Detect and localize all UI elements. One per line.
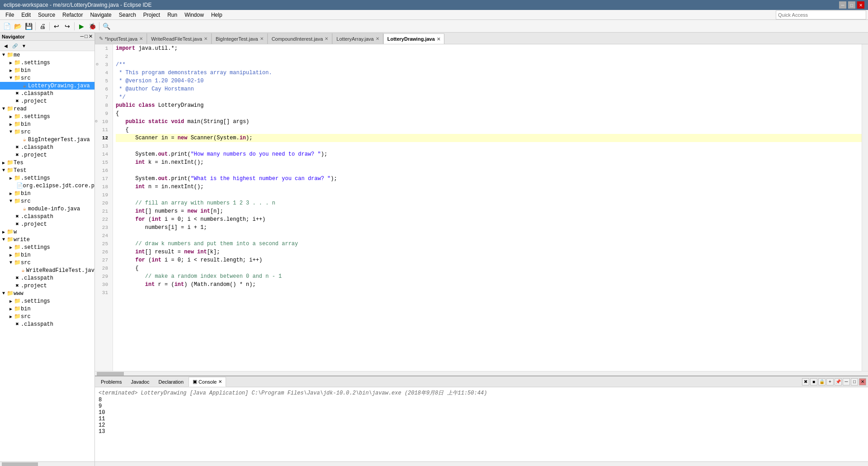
print-button[interactable]: 🖨	[38, 21, 47, 31]
tab-lotteryarray[interactable]: LotteryArray.java ✕	[332, 33, 383, 44]
tree-item-write-src[interactable]: ▼ 📁 src	[0, 259, 94, 266]
tab-inputtest-close[interactable]: ✕	[139, 36, 143, 41]
console-minimize-btn[interactable]: ─	[843, 378, 850, 385]
tree-item-write[interactable]: ▼ 📁 write	[0, 236, 94, 243]
nav-close-icon[interactable]: ✕	[89, 33, 93, 39]
tree-item-www-settings[interactable]: ▶ 📁 .settings	[0, 297, 94, 305]
nav-maximize-icon[interactable]: □	[85, 33, 88, 39]
editor-scrollbar[interactable]	[862, 44, 868, 371]
nav-hscroll[interactable]	[0, 461, 94, 466]
console-stop-btn[interactable]: ■	[810, 378, 817, 385]
tree-item-module-info[interactable]: ☕ module-info.java	[0, 205, 94, 213]
nav-collapse-btn[interactable]: ◀	[2, 42, 10, 50]
tree-item-test-project[interactable]: ✖ .project	[0, 220, 94, 228]
redo-button[interactable]: ↪	[62, 21, 72, 31]
tree-item-me-settings[interactable]: ▶ 📁 .settings	[0, 59, 94, 67]
toolbar-sep3	[74, 22, 75, 30]
tab-compoundinterest-close[interactable]: ✕	[325, 36, 328, 41]
console-pin-btn[interactable]: 📌	[835, 378, 842, 385]
tree-item-write-classpath[interactable]: ✖ .classpath	[0, 274, 94, 282]
tree-item-biginteger[interactable]: ☕ BigIntegerTest.java	[0, 136, 94, 143]
console-maximize-btn[interactable]: □	[851, 378, 858, 385]
tree-item-read[interactable]: ▼ 📁 read	[0, 105, 94, 113]
tree-item-tes[interactable]: ▶ 📁 Tes	[0, 159, 94, 166]
menu-window[interactable]: Window	[181, 11, 208, 19]
tree-item-write-settings[interactable]: ▶ 📁 .settings	[0, 243, 94, 251]
tree-item-me-classpath[interactable]: ✖ .classpath	[0, 90, 94, 97]
tree-item-www-src[interactable]: ▶ 📁 src	[0, 313, 94, 320]
tab-lotterydrawing-close[interactable]: ✕	[437, 37, 440, 42]
code-content[interactable]: import java.util.*; /** * This program d…	[113, 44, 862, 371]
tree-item-read-src[interactable]: ▼ 📁 src	[0, 128, 94, 136]
menu-source[interactable]: Source	[34, 11, 59, 19]
tree-item-test-src[interactable]: ▼ 📁 src	[0, 197, 94, 205]
tree-item-me-project[interactable]: ✖ .project	[0, 97, 94, 105]
open-button[interactable]: 📂	[13, 21, 23, 31]
tree-item-test[interactable]: ▼ 📁 Test	[0, 166, 94, 174]
tree-item-www-classpath[interactable]: ✖ .classpath	[0, 320, 94, 328]
minimize-button[interactable]: ─	[839, 1, 846, 9]
tree-item-write-bin[interactable]: ▶ 📁 bin	[0, 251, 94, 259]
tab-problems[interactable]: Problems	[97, 377, 126, 387]
console-scroll-lock-btn[interactable]: 🔒	[818, 378, 826, 385]
nav-filter-btn[interactable]: ▼	[20, 42, 28, 50]
console-panel-close-btn[interactable]: ✕	[859, 378, 866, 385]
console-clear-btn[interactable]: ✖	[802, 378, 809, 385]
tree-item-me-src[interactable]: ▼ 📁 src	[0, 74, 94, 82]
tree-item-read-project[interactable]: ✖ .project	[0, 151, 94, 159]
menu-navigate[interactable]: Navigate	[86, 11, 115, 19]
tree-item-read-settings[interactable]: ▶ 📁 .settings	[0, 113, 94, 120]
run-button[interactable]: ▶	[76, 21, 86, 31]
tree-item-writereadfile[interactable]: ☕ WriteReadFileTest.jav	[0, 266, 94, 274]
tree-item-me-bin[interactable]: ▶ 📁 bin	[0, 67, 94, 74]
save-button[interactable]: 💾	[24, 21, 33, 31]
tree-item-read-bin[interactable]: ▶ 📁 bin	[0, 120, 94, 128]
bottom-hscroll[interactable]	[95, 461, 868, 466]
tree-item-www[interactable]: ▼ 📁 www	[0, 290, 94, 297]
quick-access-input[interactable]	[776, 10, 866, 19]
nav-hscroll-thumb[interactable]	[2, 462, 38, 466]
tree-item-test-eclipse[interactable]: 📄 org.eclipse.jdt.core.p	[0, 182, 94, 190]
tab-writereadfile-close[interactable]: ✕	[204, 36, 208, 41]
menu-edit[interactable]: Edit	[18, 11, 34, 19]
console-new-btn[interactable]: +	[826, 378, 834, 385]
menu-search[interactable]: Search	[115, 11, 140, 19]
editor-hscroll-thumb[interactable]	[97, 372, 124, 376]
tree-item-test-classpath[interactable]: ✖ .classpath	[0, 213, 94, 220]
tree-item-read-classpath[interactable]: ✖ .classpath	[0, 143, 94, 151]
nav-minimize-icon[interactable]: ─	[80, 33, 84, 39]
tab-compoundinterest[interactable]: CompoundInterest.java ✕	[268, 33, 333, 44]
console-content[interactable]: <terminated> LotteryDrawing [Java Applic…	[95, 387, 868, 461]
tab-lotterydrawing[interactable]: LotteryDrawing.java ✕	[383, 33, 444, 44]
editor-hscroll[interactable]	[95, 371, 868, 376]
tab-lotteryarray-close[interactable]: ✕	[376, 36, 379, 41]
tab-biginteger[interactable]: BigIntegerTest.java ✕	[212, 33, 268, 44]
maximize-button[interactable]: □	[848, 1, 855, 9]
tab-declaration[interactable]: Declaration	[154, 377, 188, 387]
tab-writereadfile[interactable]: WriteReadFileTest.java ✕	[147, 33, 212, 44]
close-button[interactable]: ✕	[857, 1, 864, 9]
nav-link-btn[interactable]: 🔗	[11, 42, 19, 50]
menu-run[interactable]: Run	[164, 11, 181, 19]
tree-item-test-bin[interactable]: ▶ 📁 bin	[0, 190, 94, 197]
menu-help[interactable]: Help	[208, 11, 226, 19]
menu-file[interactable]: File	[2, 11, 18, 19]
tree-item-test-settings[interactable]: ▶ 📁 .settings	[0, 174, 94, 182]
search-tb-button[interactable]: 🔍	[101, 21, 111, 31]
code-editor[interactable]: 1 2 3⊕ 4 5 6 7 8 9 10⊕ 11 12 13 14	[95, 44, 868, 371]
tree-item-w[interactable]: ▶ 📁 w	[0, 228, 94, 236]
tab-console[interactable]: ▣ Console ✕	[189, 377, 226, 387]
tab-console-close[interactable]: ✕	[218, 379, 222, 384]
tree-item-me[interactable]: ▼ 📁 me	[0, 51, 94, 59]
tree-item-lottery-drawing[interactable]: ☕ LotteryDrawing.java	[0, 82, 94, 90]
tree-item-www-bin[interactable]: ▶ 📁 bin	[0, 305, 94, 313]
menu-project[interactable]: Project	[140, 11, 164, 19]
debug-button[interactable]: 🐞	[87, 21, 97, 31]
tab-biginteger-close[interactable]: ✕	[260, 36, 264, 41]
undo-button[interactable]: ↩	[52, 21, 61, 31]
tab-javadoc[interactable]: Javadoc	[127, 377, 153, 387]
tree-item-write-project[interactable]: ✖ .project	[0, 282, 94, 290]
tab-inputtest[interactable]: ✎ *InputTest.java ✕	[95, 33, 147, 44]
menu-refactor[interactable]: Refactor	[59, 11, 86, 19]
new-button[interactable]: 📄	[2, 21, 12, 31]
